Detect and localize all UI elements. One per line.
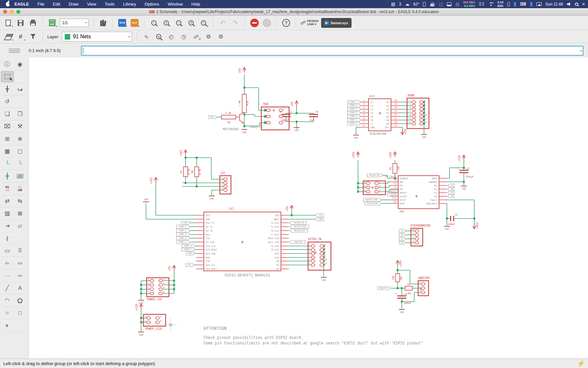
airplay-icon[interactable] [536,2,542,6]
merge-gates-tool[interactable]: ⊃⊂ [14,270,26,281]
save-button[interactable] [16,17,25,28]
arc-tool[interactable]: ◠ [1,295,14,306]
paint-tool[interactable]: ▭ [1,245,14,256]
go-button[interactable] [262,17,272,28]
sheet-selector[interactable]: 1/1▾ [60,19,89,27]
variant-part-tool[interactable]: C⊃ [14,258,26,269]
smash-tool[interactable]: ▨ [1,208,14,219]
menu-clock[interactable]: Sun 11:48 [546,2,563,7]
zoom-in-button[interactable]: + [161,17,171,28]
stop-button[interactable] [250,17,259,28]
change-wrench-tool[interactable]: ⚒ [14,121,26,132]
print-button[interactable] [28,17,38,28]
command-input[interactable] [81,46,583,56]
paste-tool[interactable]: ❐ [14,109,26,119]
temperature-status[interactable]: 62° [413,2,419,7]
keyboard-icon[interactable]: ⌨ [520,2,526,6]
dock-icon[interactable] [447,2,451,6]
rect-tool[interactable]: □ [14,307,26,318]
name-tool[interactable]: R210k [1,183,14,194]
menu-item-options[interactable]: Options [145,2,159,7]
add-part-tool[interactable]: ⊞ [1,133,14,144]
device-icon[interactable] [423,2,426,7]
move-tool[interactable]: ╋ [1,84,14,95]
oscilloscope-button[interactable]: ◷ [179,31,188,42]
ulp-button[interactable]: ULP▾ [130,17,139,28]
add-link-button[interactable]: ☍ [191,31,201,42]
group-select-tool[interactable] [1,71,14,82]
layer-selector[interactable]: 91 Nets ▾ [62,32,132,42]
info-tool[interactable]: ⓘ [1,59,14,70]
zoom-fit-button[interactable]: ▪ [149,17,159,28]
pinswap-tool[interactable]: ⇄ [1,196,14,206]
grid-button[interactable]: #▾ [16,31,25,42]
network-speed[interactable]: 832 kB/s 8,4 kB/s [463,1,475,8]
layer-settings-button[interactable]: ▾ [3,31,13,42]
menu-item-eagle[interactable]: EAGLE [14,2,29,7]
activity-bars-icon[interactable] [479,2,484,7]
help-button[interactable]: ? [281,17,291,28]
zoom-out-button[interactable]: − [174,17,184,28]
filter-button[interactable] [28,31,38,42]
more-tool[interactable]: » [1,320,14,331]
junction-tool[interactable]: ╋ [1,171,14,182]
miter-tool[interactable]: ∤ [1,233,14,244]
printer-icon[interactable]: ▤ [455,2,459,6]
schematic-canvas[interactable]: GNDGNDGNDGNDGNDGNDGNDGNDGNDGNDGNDGND+5V+… [29,58,588,359]
attribute-tag-tool[interactable]: ⊠ [14,208,26,219]
module-tool[interactable]: ⠿ [14,245,26,256]
copy-tool[interactable]: ❏ [1,109,14,119]
menu-item-file[interactable]: File [38,2,44,7]
polygon-shape-tool[interactable] [14,295,26,306]
menu-item-library[interactable]: Library [123,2,136,7]
join-wires-tool[interactable]: →← [1,270,14,281]
polygon-draw-tool[interactable]: ▱ [14,220,26,231]
line-tool[interactable]: ╱ [1,283,14,293]
variant-tool[interactable]: C≡ [1,258,14,269]
mouse-battery-icon[interactable] [507,2,510,7]
signal-button[interactable]: ∿ [141,31,151,42]
scr-button[interactable]: SCR▾ [117,17,127,28]
design-link-button[interactable]: ☍ DESIGNLINK ▾ [301,17,318,28]
add-device-tool[interactable]: ⊕ [14,133,26,144]
menu-item-tools[interactable]: Tools [105,2,114,7]
library-button[interactable] [98,17,108,28]
preferences-button[interactable]: ⚙ [216,31,226,42]
menu-item-help[interactable]: Help [191,2,200,7]
zoom-select-button[interactable]: □▾ [199,17,208,28]
gate-tool[interactable]: ▢ [14,146,26,157]
label-tool[interactable]: AB [14,171,26,182]
replace-tool[interactable]: ▦ [1,146,14,157]
rotate-tool[interactable]: ↺ [1,96,14,107]
gateswap-tool[interactable]: ⇆ [14,196,26,206]
text-tool[interactable]: A [14,283,26,293]
spotlight-icon[interactable] [575,3,578,6]
menu-item-view[interactable]: View [87,2,96,7]
battery-icon-2[interactable] [530,2,532,7]
net-tool[interactable]: └ [1,158,14,169]
menu-item-draw[interactable]: Draw [69,2,78,7]
circle-tool[interactable]: ○ [1,307,14,318]
audio-device-icon[interactable]: ◫ [439,2,443,6]
time-battery-status[interactable]: 2:13 52% [498,1,503,8]
value-tool[interactable]: R210k [14,183,26,194]
panel-menu-icon[interactable] [0,49,29,53]
volume-icon[interactable] [567,2,571,6]
sch-brd-toggle[interactable]: SCHBRD ▾ [47,17,57,28]
menu-item-edit[interactable]: Edit [53,2,60,7]
simulate-button[interactable]: ◴ [166,31,176,42]
autorouter-bolt-icon[interactable]: ⚡ [578,360,585,367]
battery-icon[interactable] [514,2,516,7]
cloud-icon[interactable]: ☁ [405,2,409,6]
undo-button[interactable]: ↶ [218,17,228,28]
probe-button[interactable]: ∿ [154,31,164,42]
settings-button[interactable]: ⚙ [204,31,213,42]
zoom-redraw-button[interactable]: = [186,17,196,28]
invoke-tool[interactable]: ⇥ [1,220,14,231]
tasks-icon[interactable]: ▤ [391,2,395,6]
coffee-icon[interactable]: ☕ [430,2,435,6]
new-file-button[interactable]: ▾ [3,17,13,28]
bus-tool[interactable]: └ [14,158,26,169]
samacsys-button[interactable]: ▶ Samacsys [321,18,351,28]
mirror-tool[interactable]: ◺◢ [14,84,26,95]
